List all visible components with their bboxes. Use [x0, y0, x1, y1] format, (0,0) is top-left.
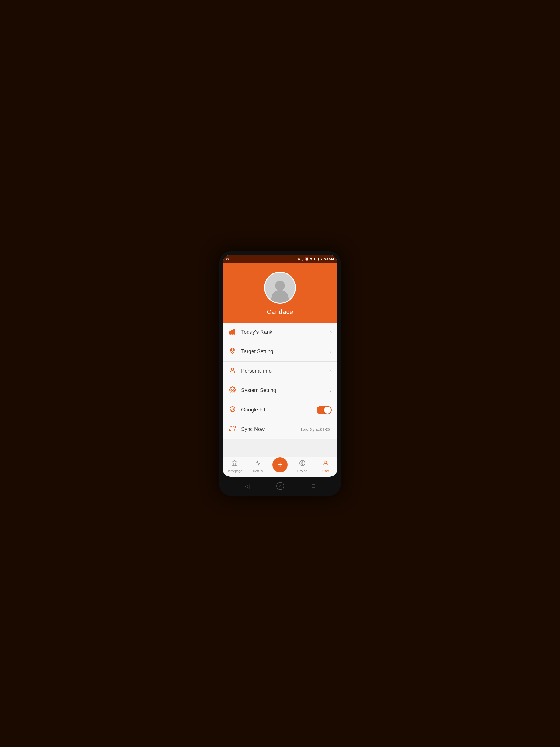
details-label: Details [253, 469, 263, 473]
bluetooth-icon: ✳ [297, 257, 300, 261]
plus-icon: + [277, 460, 283, 469]
phone-hardware-buttons: ◁ ○ □ [222, 477, 338, 492]
home-icon [231, 460, 238, 468]
nav-user[interactable]: User [314, 460, 338, 473]
google-fit-toggle[interactable] [317, 406, 331, 414]
menu-item-google-fit[interactable]: g+ Google Fit [222, 401, 338, 420]
signal-icon: ▲ [313, 257, 317, 261]
sync-last-time: Last Sync:01-09 [301, 427, 330, 432]
home-button[interactable]: ○ [276, 482, 284, 490]
user-label: User [322, 469, 329, 473]
status-bar: ✉ ✳ ▯ ⏰ ▾ ▲ ▮ 7:59 AM [222, 255, 338, 263]
menu-item-personal-info[interactable]: Personal info › [222, 362, 338, 381]
user-name: Candace [267, 308, 293, 316]
svg-point-3 [231, 349, 234, 352]
system-setting-label: System Setting [241, 387, 330, 393]
wifi-icon: ▾ [310, 257, 312, 261]
mail-icon: ✉ [226, 257, 229, 261]
svg-point-5 [232, 389, 233, 391]
status-left: ✉ [226, 257, 229, 261]
toggle-knob [324, 407, 331, 413]
todays-rank-label: Today's Rank [241, 329, 330, 335]
svg-text:g+: g+ [231, 407, 235, 411]
avatar[interactable] [264, 272, 296, 304]
menu-item-sync-now[interactable]: Sync Now Last Sync:01-09 [222, 420, 338, 439]
menu-item-todays-rank[interactable]: Today's Rank › [222, 323, 338, 342]
target-setting-label: Target Setting [241, 349, 330, 355]
phone-screen: ✉ ✳ ▯ ⏰ ▾ ▲ ▮ 7:59 AM Candace [222, 255, 338, 477]
svg-point-4 [231, 368, 234, 370]
chart-line-icon [255, 460, 261, 468]
menu-item-target-setting[interactable]: Target Setting › [222, 342, 338, 362]
chevron-right-icon: › [330, 368, 331, 374]
google-fit-label: Google Fit [241, 407, 317, 413]
sync-now-label: Sync Now [241, 426, 301, 432]
silhouette-head [275, 281, 285, 290]
menu-item-system-setting[interactable]: System Setting › [222, 381, 338, 401]
homepage-label: Homepage [227, 469, 242, 473]
personal-info-label: Personal info [241, 368, 330, 374]
status-time: 7:59 AM [321, 257, 334, 261]
profile-header: Candace [222, 263, 338, 323]
svg-rect-0 [230, 331, 231, 334]
device-label: Device [297, 469, 307, 473]
menu-list: Today's Rank › Target Setting › [222, 323, 338, 439]
avatar-silhouette [270, 280, 290, 303]
content-spacer [222, 439, 338, 457]
location-pin-icon [229, 347, 237, 356]
chevron-right-icon: › [330, 388, 331, 393]
alarm-icon: ⏰ [304, 257, 309, 261]
recent-button[interactable]: □ [312, 483, 315, 489]
nav-homepage[interactable]: Homepage [222, 460, 246, 473]
chevron-right-icon: › [330, 349, 331, 354]
gear-icon [229, 386, 237, 395]
svg-rect-2 [234, 329, 235, 334]
user-nav-icon [323, 460, 329, 468]
nav-device[interactable]: Device [290, 460, 314, 473]
back-button[interactable]: ◁ [245, 483, 249, 489]
vibrate-icon: ▯ [301, 257, 303, 261]
google-plus-icon: g+ [229, 406, 237, 414]
person-icon [229, 367, 237, 376]
bar-chart-icon [229, 328, 237, 337]
nav-add[interactable]: + [272, 460, 288, 472]
bottom-nav: Homepage Details + [222, 457, 338, 477]
add-button[interactable]: + [272, 457, 288, 472]
svg-point-9 [325, 461, 327, 463]
sync-icon [229, 425, 237, 434]
battery-icon: ▮ [317, 257, 319, 261]
chevron-right-icon: › [330, 330, 331, 335]
phone-frame: ✉ ✳ ▯ ⏰ ▾ ▲ ▮ 7:59 AM Candace [219, 251, 341, 496]
nav-details[interactable]: Details [246, 460, 270, 473]
status-right: ✳ ▯ ⏰ ▾ ▲ ▮ 7:59 AM [297, 257, 334, 261]
silhouette-body [271, 290, 289, 303]
svg-rect-1 [232, 330, 233, 334]
device-icon [299, 460, 305, 468]
